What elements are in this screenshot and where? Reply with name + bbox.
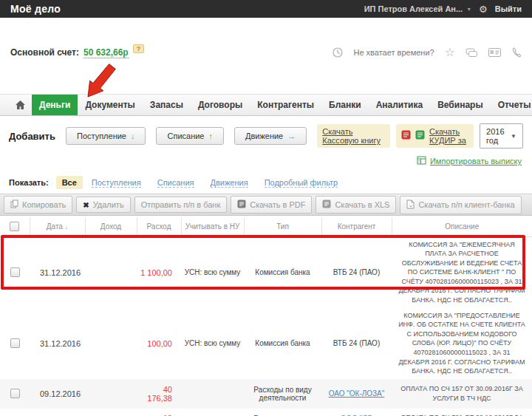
tab-analytics[interactable]: Аналитика [369, 95, 431, 115]
filter-moves[interactable]: Движения [211, 178, 248, 188]
header-tax: Учитывать в НУ [181, 217, 244, 236]
home-icon[interactable] [9, 95, 32, 115]
header-date[interactable]: Дата ↓ [30, 217, 85, 236]
chevron-down-icon: ▼ [511, 133, 516, 140]
copy-icon [10, 200, 18, 210]
quickbar: Не хватает времени? ☆ [332, 47, 522, 58]
cell-description: ОПЛАТА ПО СЧ 781 ОТ 08.12.2016Г ЗА ТРУБУ… [392, 409, 532, 416]
help-badge[interactable]: ? [133, 44, 145, 53]
tab-forms[interactable]: Бланки [321, 95, 369, 115]
send-to-bank-label: Отправить п/п в банк [141, 200, 221, 209]
chevron-down-icon: ▼ [466, 7, 471, 12]
filter-expenses[interactable]: Списания [157, 178, 194, 188]
filter-detailed[interactable]: Подробный фильтр [265, 178, 338, 188]
filter-all[interactable]: Все [56, 176, 83, 189]
cell-expense: 10 401,72 [137, 409, 181, 416]
tab-reports[interactable]: Отчеты [491, 95, 532, 115]
sort-desc-icon: ↓ [65, 223, 69, 231]
user-name: ИП Петров Алексей Ан... [364, 4, 463, 13]
delete-label: Удалить [93, 200, 124, 209]
cash-book-link[interactable]: Скачать Кассовую книгу [322, 127, 385, 145]
excel-icon [415, 129, 425, 143]
chat-icon[interactable] [466, 48, 478, 58]
clock-icon[interactable] [332, 47, 343, 58]
logout-link[interactable]: Выйти [495, 4, 522, 13]
pdf-icon [401, 129, 411, 143]
arrow-right-icon: → [287, 132, 296, 140]
pdf-file-icon [237, 200, 246, 210]
kudir-link[interactable]: Скачать КУДИР за [429, 127, 468, 145]
contractor-link[interactable]: ОАО "ОК-ЛОЗА" [329, 389, 385, 398]
tab-stock[interactable]: Запасы [143, 95, 191, 115]
user-menu[interactable]: ИП Петров Алексей Ан... ▼ [364, 4, 471, 13]
add-income-button[interactable]: Поступление ↓ [66, 127, 146, 145]
table-row[interactable]: 09.12.2016 10 401,72 Расходы по виду дея… [0, 409, 532, 416]
star-icon[interactable]: ☆ [445, 47, 455, 58]
header-expense: Расход [137, 217, 181, 236]
send-to-bank-button[interactable]: Отправить п/п в банк [134, 197, 228, 213]
tab-money[interactable]: Деньги [32, 95, 78, 115]
table-row[interactable]: 31.12.2016 100,00 УСН: всю сумму Комисси… [0, 308, 532, 379]
add-row: Добавить Поступление ↓ Списание ↑ Движен… [0, 125, 532, 147]
phone-icon[interactable] [511, 47, 522, 58]
add-move-button[interactable]: Движение → [234, 127, 307, 145]
cell-income [85, 236, 137, 308]
header-contractor: Контрагент [321, 217, 392, 236]
page: Моё дело ИП Петров Алексей Ан... ▼ ⚙ Вый… [0, 0, 532, 416]
cell-description: КОМИССИЯ ЗА "ПРЕДОСТАВЛЕНИЕ ИНФ. ОБ ОСТА… [392, 308, 532, 379]
header-income: Доход [85, 217, 137, 236]
cell-date: 31.12.2016 [30, 308, 85, 379]
arrow-up-icon: ↑ [208, 132, 213, 140]
cell-income [85, 308, 137, 379]
topbar: Моё дело ИП Петров Алексей Ан... ▼ ⚙ Вый… [0, 0, 532, 18]
cell-type: Расходы по виду деятельности [244, 409, 321, 416]
filter-row: Показать: Все Поступления Списания Движе… [0, 175, 532, 190]
contact-card-icon[interactable] [488, 48, 501, 57]
table-row[interactable]: 09.12.2016 40 176,38 Расходы по виду дея… [0, 379, 532, 409]
gear-icon[interactable]: ⚙ [479, 4, 488, 15]
tab-webinars[interactable]: Вебинары [430, 95, 490, 115]
row-checkbox[interactable] [10, 338, 20, 348]
row-checkbox[interactable] [10, 267, 20, 277]
cell-type: Комиссия банка [244, 236, 321, 308]
tab-contractors[interactable]: Контрагенты [250, 95, 321, 115]
header-date-label: Дата [47, 222, 63, 231]
delete-icon: ✖ [83, 201, 89, 209]
cell-contractor: ВТБ 24 (ПАО) [321, 236, 392, 308]
delete-button[interactable]: ✖ Удалить [76, 197, 130, 213]
cell-income [85, 409, 137, 416]
copy-button[interactable]: Копировать [4, 196, 72, 214]
year-select[interactable]: 2016 год ▼ [480, 123, 523, 149]
transactions-table: Дата ↓ Доход Расход Учитывать в НУ Тип К… [0, 217, 532, 416]
no-time-link[interactable]: Не хватает времени? [353, 48, 434, 57]
account-row: Основной счет: 50 632,66р ? Не хватает в… [0, 43, 532, 62]
add-expense-button[interactable]: Списание ↑ [156, 127, 224, 145]
cell-date: 09.12.2016 [30, 409, 85, 416]
annotation-arrow [81, 63, 121, 98]
cell-income [85, 379, 137, 409]
cell-expense: 100,00 [137, 308, 181, 379]
add-income-label: Поступление [77, 132, 126, 140]
app-logo: Моё дело [10, 3, 61, 15]
cell-date: 31.12.2016 [30, 236, 85, 308]
year-select-value: 2016 год [486, 127, 505, 145]
download-client-bank-button[interactable]: Скачать п/п клиент-банка [400, 196, 521, 214]
cell-expense: 1 100,00 [137, 236, 181, 308]
import-icon [417, 154, 426, 168]
cell-type: Комиссия банка [244, 308, 321, 379]
account-label: Основной счет: [10, 47, 79, 58]
download-pdf-button[interactable]: Скачать в PDF [231, 196, 312, 214]
add-move-label: Движение [245, 132, 283, 140]
tab-contracts[interactable]: Договоры [191, 95, 250, 115]
filter-incomes[interactable]: Поступления [92, 178, 141, 188]
download-xls-button[interactable]: Скачать в XLS [316, 196, 396, 214]
import-statement-link[interactable]: Импортировать выписку [430, 157, 522, 166]
row-checkbox[interactable] [10, 389, 20, 398]
select-all-checkbox[interactable] [10, 222, 19, 231]
account-balance-link[interactable]: 50 632,66р [83, 47, 129, 58]
table-row[interactable]: 31.12.2016 1 100,00 УСН: всю сумму Комис… [0, 236, 532, 308]
cell-tax: УСН: всю сумму [181, 308, 244, 379]
download-pdf-label: Скачать в PDF [250, 200, 305, 209]
header-description: Описание [392, 217, 532, 236]
import-row: Импортировать выписку [0, 155, 532, 167]
